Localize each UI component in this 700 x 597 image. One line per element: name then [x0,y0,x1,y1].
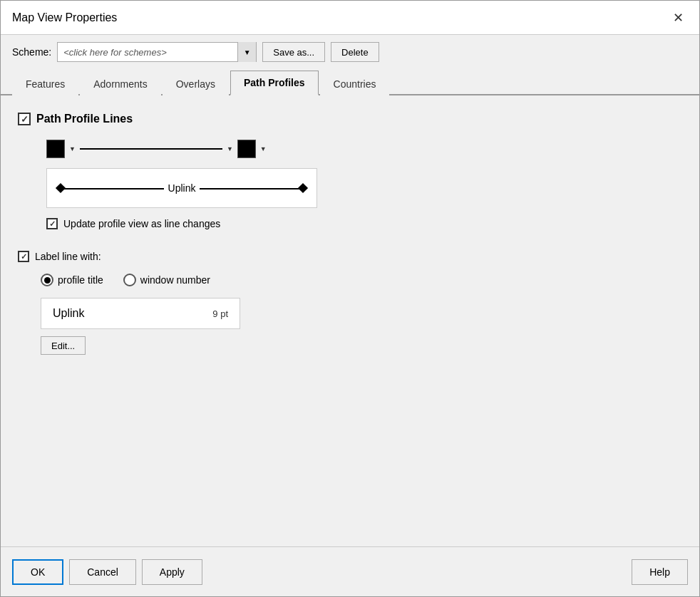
tab-path-profiles[interactable]: Path Profiles [230,71,319,95]
radio-profile-title-circle[interactable] [41,274,53,286]
dialog-footer: OK Cancel Apply Help [1,546,699,596]
help-button[interactable]: Help [632,559,688,585]
font-preview: Uplink 9 pt [41,298,240,329]
label-line-header: Label line with: [18,251,682,262]
radio-profile-title[interactable]: profile title [41,274,103,286]
line-style-preview [80,148,222,150]
save-as-button[interactable]: Save as... [262,42,325,62]
close-button[interactable]: ✕ [668,8,688,28]
uplink-preview-label: Uplink [164,182,200,194]
tab-content-path-profiles: Path Profile Lines ▼ ▼ ▼ Uplink Update p… [1,95,699,546]
radio-window-number-label: window number [140,274,210,286]
tabs-bar: Features Adornments Overlays Path Profil… [1,69,699,95]
title-bar: Map View Properties ✕ [1,1,699,35]
path-profile-lines-checkbox[interactable] [18,113,31,125]
end-color-button[interactable] [237,140,256,158]
tab-features[interactable]: Features [12,72,78,95]
delete-button[interactable]: Delete [331,42,379,62]
line-controls: ▼ ▼ ▼ [46,140,682,158]
font-size-label: 9 pt [212,308,228,319]
radio-window-number[interactable]: window number [123,274,210,286]
tab-countries[interactable]: Countries [320,72,390,95]
scheme-dropdown[interactable]: <click here for schemes> ▼ [57,42,257,62]
cancel-button[interactable]: Cancel [69,559,136,585]
dialog-title: Map View Properties [12,11,117,24]
line-style-arrow-icon[interactable]: ▼ [227,145,233,152]
update-profile-row: Update profile view as line changes [46,218,682,229]
label-radio-group: profile title window number [41,274,682,286]
uplink-diamond-left-icon [56,183,66,193]
update-profile-checkbox[interactable] [46,218,58,229]
label-line-text: Label line with: [35,251,101,262]
scheme-dropdown-text: <click here for schemes> [58,47,237,58]
radio-profile-title-label: profile title [58,274,103,286]
uplink-preview: Uplink [46,168,317,208]
scheme-label: Scheme: [12,46,51,58]
apply-button[interactable]: Apply [142,559,202,585]
start-color-arrow-icon[interactable]: ▼ [69,145,76,152]
tab-overlays[interactable]: Overlays [163,72,229,95]
dialog: Map View Properties ✕ Scheme: <click her… [0,0,700,597]
radio-window-number-circle[interactable] [123,274,136,286]
font-preview-name: Uplink [53,307,84,320]
tab-adornments[interactable]: Adornments [80,72,160,95]
edit-button[interactable]: Edit... [41,336,86,355]
scheme-dropdown-arrow-icon[interactable]: ▼ [237,42,256,62]
uplink-diamond-right-icon [298,183,308,193]
label-line-checkbox[interactable] [18,251,29,262]
update-profile-label: Update profile view as line changes [63,218,220,229]
section-title: Path Profile Lines [36,113,133,125]
scheme-bar: Scheme: <click here for schemes> ▼ Save … [1,35,699,69]
section-header: Path Profile Lines [18,113,682,125]
start-color-button[interactable] [46,140,65,158]
label-line-section: Label line with: profile title window nu… [18,251,682,355]
end-color-arrow-icon[interactable]: ▼ [260,145,267,152]
ok-button[interactable]: OK [12,559,63,585]
